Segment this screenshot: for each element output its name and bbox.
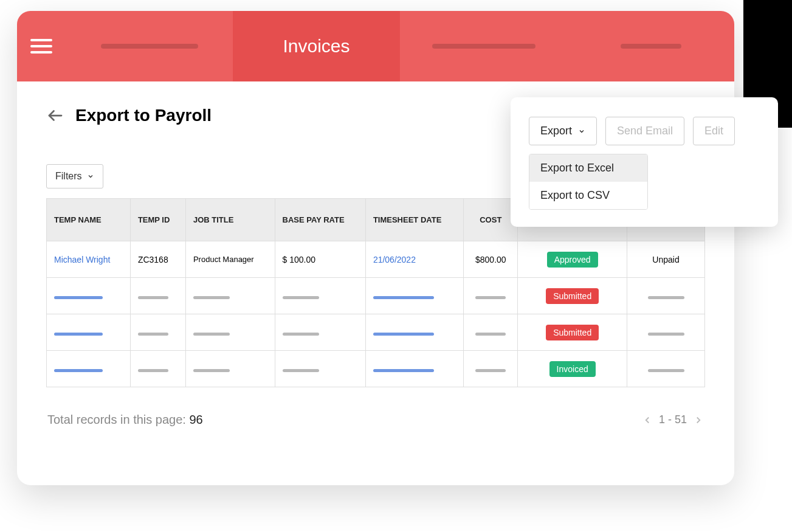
cell-timesheet-date[interactable]: 21/06/2022 bbox=[365, 241, 464, 278]
page-title: Export to Payroll bbox=[75, 106, 212, 125]
cell-base-pay-rate: $ 100.00 bbox=[275, 241, 365, 278]
placeholder-bar bbox=[373, 369, 434, 372]
cell-temp-name[interactable] bbox=[47, 351, 131, 387]
table-row: Michael Wright ZC3168 Product Manager $ … bbox=[47, 241, 705, 278]
pagination: 1 - 51 bbox=[642, 413, 704, 426]
filters-button[interactable]: Filters bbox=[46, 164, 103, 188]
send-email-button-label: Send Email bbox=[617, 125, 673, 137]
export-dropdown-menu: Export to Excel Export to CSV bbox=[529, 154, 648, 210]
cell-paid-status bbox=[627, 314, 705, 351]
cell-timesheet-status: Submitted bbox=[518, 314, 627, 351]
table-row: Submitted bbox=[47, 278, 705, 314]
page-next-icon[interactable] bbox=[693, 415, 704, 426]
nav-tab-3[interactable] bbox=[400, 11, 567, 81]
back-arrow-icon[interactable] bbox=[46, 106, 64, 125]
col-temp-name[interactable]: TEMP NAME bbox=[47, 199, 131, 241]
cell-paid-status bbox=[627, 278, 705, 314]
cell-paid-status bbox=[627, 351, 705, 387]
edit-button[interactable]: Edit bbox=[693, 117, 735, 145]
col-timesheet-date[interactable]: TIMESHEET DATE bbox=[365, 199, 464, 241]
cell-timesheet-date[interactable] bbox=[365, 278, 464, 314]
cell-job-title bbox=[185, 351, 275, 387]
placeholder-bar bbox=[373, 296, 434, 299]
edit-button-label: Edit bbox=[704, 125, 723, 137]
cell-temp-id: ZC3168 bbox=[130, 241, 185, 278]
cell-timesheet-date[interactable] bbox=[365, 351, 464, 387]
placeholder-bar bbox=[475, 333, 506, 336]
placeholder-bar bbox=[373, 333, 434, 336]
footer-row: Total records in this page: 96 1 - 51 bbox=[46, 413, 705, 427]
cell-temp-name[interactable] bbox=[47, 314, 131, 351]
placeholder-bar bbox=[475, 369, 506, 372]
col-base-pay-rate[interactable]: BASE PAY RATE bbox=[275, 199, 365, 241]
placeholder-bar bbox=[283, 296, 319, 299]
total-records-count: 96 bbox=[189, 413, 202, 426]
status-badge: Invoiced bbox=[549, 361, 596, 377]
col-temp-id[interactable]: TEMP ID bbox=[130, 199, 185, 241]
placeholder-bar bbox=[54, 333, 103, 336]
page-range: 1 - 51 bbox=[659, 413, 687, 426]
cell-temp-id bbox=[130, 314, 185, 351]
cell-timesheet-status: Invoiced bbox=[518, 351, 627, 387]
status-badge: Approved bbox=[547, 252, 598, 268]
cell-temp-name[interactable] bbox=[47, 278, 131, 314]
app-header: Invoices bbox=[17, 11, 734, 81]
chevron-down-icon bbox=[87, 173, 94, 180]
placeholder-bar bbox=[283, 369, 319, 372]
placeholder-bar bbox=[138, 369, 168, 372]
cell-timesheet-status: Submitted bbox=[518, 278, 627, 314]
nav-tab-4[interactable] bbox=[567, 11, 734, 81]
placeholder-bar bbox=[283, 333, 319, 336]
cell-cost bbox=[464, 278, 518, 314]
table-row: Submitted bbox=[47, 314, 705, 351]
nav-tab-1-placeholder bbox=[101, 44, 198, 49]
col-job-title[interactable]: JOB TITLE bbox=[185, 199, 275, 241]
nav-tab-invoices-label: Invoices bbox=[283, 36, 350, 57]
placeholder-bar bbox=[648, 333, 684, 336]
cell-paid-status: Unpaid bbox=[627, 241, 705, 278]
placeholder-bar bbox=[648, 296, 684, 299]
placeholder-bar bbox=[475, 296, 506, 299]
nav-tab-4-placeholder bbox=[621, 44, 681, 49]
cell-timesheet-date[interactable] bbox=[365, 314, 464, 351]
placeholder-bar bbox=[54, 296, 103, 299]
status-badge: Submitted bbox=[546, 288, 599, 304]
status-badge: Submitted bbox=[546, 325, 599, 340]
placeholder-bar bbox=[648, 369, 684, 372]
filters-button-label: Filters bbox=[55, 171, 82, 182]
cell-base-pay-rate bbox=[275, 351, 365, 387]
send-email-button[interactable]: Send Email bbox=[605, 117, 684, 145]
app-window: Invoices Export to Payroll Filters bbox=[17, 11, 734, 485]
nav-tab-invoices[interactable]: Invoices bbox=[233, 11, 400, 81]
placeholder-bar bbox=[193, 369, 230, 372]
cell-cost: $800.00 bbox=[464, 241, 518, 278]
nav-tab-3-placeholder bbox=[432, 44, 535, 49]
nav-tab-1[interactable] bbox=[66, 11, 233, 81]
cell-temp-id bbox=[130, 278, 185, 314]
cell-cost bbox=[464, 351, 518, 387]
chevron-down-icon bbox=[578, 128, 585, 135]
placeholder-bar bbox=[138, 296, 168, 299]
cell-temp-id bbox=[130, 351, 185, 387]
toolbar-popover: Export Send Email Edit Export to Excel E… bbox=[511, 97, 778, 227]
placeholder-bar bbox=[193, 296, 230, 299]
total-records-label: Total records in this page: bbox=[47, 413, 189, 426]
cell-job-title: Product Manager bbox=[185, 241, 275, 278]
cell-base-pay-rate bbox=[275, 314, 365, 351]
export-to-excel-item[interactable]: Export to Excel bbox=[529, 154, 647, 182]
placeholder-bar bbox=[193, 333, 230, 336]
cell-job-title bbox=[185, 278, 275, 314]
cell-cost bbox=[464, 314, 518, 351]
col-cost[interactable]: COST bbox=[464, 199, 518, 241]
page-prev-icon[interactable] bbox=[642, 415, 653, 426]
export-to-csv-item[interactable]: Export to CSV bbox=[529, 182, 647, 209]
table-row: Invoiced bbox=[47, 351, 705, 387]
export-button-label: Export bbox=[540, 125, 572, 137]
placeholder-bar bbox=[138, 333, 168, 336]
cell-temp-name[interactable]: Michael Wright bbox=[47, 241, 131, 278]
hamburger-menu-icon[interactable] bbox=[17, 39, 66, 54]
toolbar-row: Export Send Email Edit bbox=[529, 117, 760, 145]
cell-job-title bbox=[185, 314, 275, 351]
placeholder-bar bbox=[54, 369, 103, 372]
export-button[interactable]: Export bbox=[529, 117, 597, 145]
